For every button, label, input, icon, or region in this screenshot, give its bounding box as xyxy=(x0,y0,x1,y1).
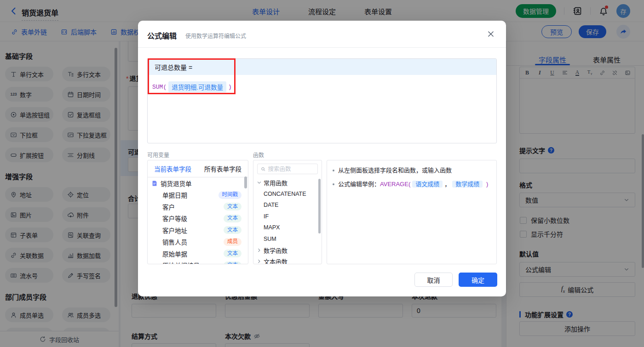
function-group-label: 文本函数 xyxy=(264,257,288,264)
close-icon[interactable] xyxy=(487,30,495,38)
function-tree: 常用函数CONCATENATEDATEIFMAPXSUM数学函数文本函数 xyxy=(253,177,322,264)
field-type-tag: 文本 xyxy=(224,215,242,222)
function-open-token: SUM( xyxy=(152,84,167,91)
bullet-dot xyxy=(333,170,334,171)
function-item-mapx[interactable]: MAPX xyxy=(253,222,322,233)
tree-field-label: 客户 xyxy=(162,202,224,211)
tips-panel: 从左侧面板选择字段名和函数，或输入函数 公式编辑举例：AVERAGE(语文成绩，… xyxy=(327,160,497,264)
formula-editor-dialog: 公式编辑 使用数学运算符编辑公式 可退总数量 = SUM( 退货明细.可退数量 … xyxy=(138,21,506,296)
formula-editor[interactable]: 可退总数量 = SUM( 退货明细.可退数量 ) xyxy=(147,58,497,143)
doc-blue-icon xyxy=(151,180,158,187)
field-type-tag: 文本 xyxy=(224,262,242,264)
formula-target-row: 可退总数量 = xyxy=(148,59,496,75)
field-type-tag: 文本 xyxy=(224,203,242,210)
tree-field-row[interactable]: 原始单据文本 xyxy=(148,248,248,260)
search-icon xyxy=(261,166,265,172)
tree-root-label: 销货退货单 xyxy=(161,179,242,188)
function-item-concatenate[interactable]: CONCATENATE xyxy=(253,188,322,200)
tip-line: 从左侧面板选择字段名和函数，或输入函数 xyxy=(333,166,490,174)
function-item-date[interactable]: DATE xyxy=(253,199,322,211)
tree-field-label: 销售人员 xyxy=(162,237,224,246)
variables-caption: 可用变量 xyxy=(147,151,169,159)
tree-field-label: 原始单据 xyxy=(162,249,224,258)
function-group-label: 常用函数 xyxy=(264,178,288,187)
bullet-dot xyxy=(333,183,334,185)
cancel-button[interactable]: 取消 xyxy=(414,273,453,287)
variables-tree: 销货退货单单据日期时间戳客户文本客户等级文本客户地址文本销售人员成员原始单据文本… xyxy=(148,177,248,264)
functions-scrollbar[interactable] xyxy=(318,179,321,233)
example-field-tag: 语文成绩 xyxy=(412,181,443,188)
tree-field-label: 原始单据编号 xyxy=(162,261,224,264)
vars-tab-2[interactable]: 所有表单字段 xyxy=(198,160,248,177)
example-field-tag: 数学成绩 xyxy=(452,181,483,188)
tree-field-label: 客户等级 xyxy=(162,214,224,223)
chevron-right-icon xyxy=(257,259,262,264)
tree-field-row[interactable]: 客户地址文本 xyxy=(148,224,248,236)
dialog-subtitle: 使用数学运算符编辑公式 xyxy=(185,32,246,40)
function-group-label: 数学函数 xyxy=(264,246,288,255)
tree-field-label: 客户地址 xyxy=(162,226,224,235)
vars-tab-1[interactable]: 当前表单字段 xyxy=(148,160,198,177)
dialog-title: 公式编辑 xyxy=(147,30,177,41)
function-item-sum[interactable]: SUM xyxy=(253,233,322,245)
field-type-tag: 成员 xyxy=(224,238,242,246)
function-group-row[interactable]: 数学函数 xyxy=(253,245,322,256)
tree-root-row[interactable]: 销货退货单 xyxy=(148,177,248,189)
tree-field-row[interactable]: 客户文本 xyxy=(148,201,248,213)
tree-field-label: 单据日期 xyxy=(162,190,218,199)
field-type-tag: 时间戳 xyxy=(218,191,242,199)
example-function-token: ) xyxy=(486,181,488,188)
field-type-tag: 文本 xyxy=(224,250,242,257)
example-function-token: AVERAGE( xyxy=(380,181,410,188)
tree-field-row[interactable]: 客户等级文本 xyxy=(148,213,248,225)
function-group-row[interactable]: 常用函数 xyxy=(253,177,322,188)
function-search-input[interactable] xyxy=(268,166,314,172)
functions-panel: 常用函数CONCATENATEDATEIFMAPXSUM数学函数文本函数 xyxy=(253,160,322,264)
function-close-token: ) xyxy=(228,84,232,91)
confirm-button[interactable]: 确定 xyxy=(459,273,497,287)
tip-line: 公式编辑举例：AVERAGE(语文成绩，数学成绩 ) xyxy=(333,180,490,188)
functions-caption: 函数 xyxy=(253,151,264,159)
dialog-header: 公式编辑 使用数学运算符编辑公式 xyxy=(138,21,506,48)
tree-field-row[interactable]: 单据日期时间戳 xyxy=(148,189,248,201)
variables-tabs: 当前表单字段所有表单字段 xyxy=(148,160,248,177)
formula-expression: SUM( 退货明细.可退数量 ) xyxy=(152,81,496,92)
variables-panel: 当前表单字段所有表单字段 销货退货单单据日期时间戳客户文本客户等级文本客户地址文… xyxy=(147,160,248,264)
tree-field-row[interactable]: 原始单据编号文本 xyxy=(148,260,248,265)
field-type-tag: 文本 xyxy=(224,226,242,234)
dialog-footer: 取消 确定 xyxy=(414,273,497,287)
variables-scrollbar[interactable] xyxy=(244,176,247,188)
field-reference-tag[interactable]: 退货明细.可退数量 xyxy=(168,81,226,92)
function-search-box xyxy=(257,164,318,174)
tree-field-row[interactable]: 销售人员成员 xyxy=(148,236,248,248)
chevron-down-icon xyxy=(257,180,262,185)
function-group-row[interactable]: 文本函数 xyxy=(253,256,322,265)
function-item-if[interactable]: IF xyxy=(253,211,322,222)
chevron-right-icon xyxy=(257,248,262,253)
